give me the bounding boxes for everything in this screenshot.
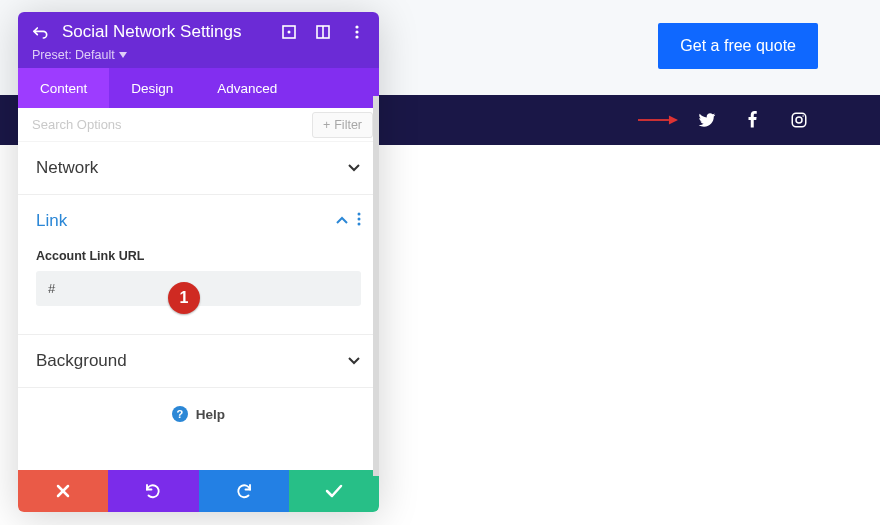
- svg-point-4: [802, 115, 804, 117]
- svg-point-13: [358, 213, 361, 216]
- settings-panel: Social Network Settings Preset: Default …: [18, 12, 379, 512]
- filter-button[interactable]: + Filter: [312, 112, 373, 138]
- redo-button[interactable]: [199, 470, 289, 512]
- panel-body: Search Options + Filter Network Link: [18, 108, 379, 470]
- chevron-down-icon: [347, 159, 361, 177]
- section-network[interactable]: Network: [18, 142, 379, 195]
- svg-point-10: [355, 30, 358, 33]
- svg-point-15: [358, 223, 361, 226]
- svg-point-9: [355, 25, 358, 28]
- section-network-title: Network: [36, 158, 98, 178]
- svg-marker-12: [119, 52, 127, 58]
- help-link[interactable]: ? Help: [18, 388, 379, 432]
- section-link: Link Account Link URL: [18, 195, 379, 335]
- svg-point-6: [288, 31, 291, 34]
- panel-header: Social Network Settings Preset: Default: [18, 12, 379, 68]
- panel-title: Social Network Settings: [62, 22, 267, 42]
- callout-badge-1: 1: [168, 282, 200, 314]
- svg-point-3: [796, 117, 802, 123]
- section-more-icon[interactable]: [357, 212, 361, 230]
- section-link-header[interactable]: Link: [36, 211, 361, 231]
- chevron-down-icon: [347, 352, 361, 370]
- tab-content[interactable]: Content: [18, 68, 109, 108]
- back-icon[interactable]: [32, 24, 48, 40]
- svg-point-11: [355, 35, 358, 38]
- instagram-icon[interactable]: [790, 111, 808, 129]
- search-options-input[interactable]: Search Options: [32, 117, 312, 132]
- expand-icon[interactable]: [281, 24, 297, 40]
- preset-selector[interactable]: Preset: Default: [32, 48, 365, 62]
- help-icon: ?: [172, 406, 188, 422]
- section-link-title: Link: [36, 211, 67, 231]
- more-vertical-icon[interactable]: [349, 24, 365, 40]
- panel-scrollbar[interactable]: [373, 96, 379, 476]
- filter-label: Filter: [334, 118, 362, 132]
- facebook-icon[interactable]: [744, 111, 762, 129]
- help-label: Help: [196, 407, 225, 422]
- tab-advanced[interactable]: Advanced: [195, 68, 299, 108]
- arrow-callout: [638, 113, 678, 127]
- twitter-icon[interactable]: [698, 111, 716, 129]
- section-background-title: Background: [36, 351, 127, 371]
- save-button[interactable]: [289, 470, 379, 512]
- chevron-up-icon: [335, 211, 349, 231]
- get-quote-button[interactable]: Get a free quote: [658, 23, 818, 69]
- svg-point-14: [358, 218, 361, 221]
- tab-design[interactable]: Design: [109, 68, 195, 108]
- undo-button[interactable]: [108, 470, 198, 512]
- layout-toggle-icon[interactable]: [315, 24, 331, 40]
- svg-marker-1: [669, 115, 678, 124]
- search-options-row: Search Options + Filter: [18, 108, 379, 142]
- account-link-url-label: Account Link URL: [36, 249, 361, 263]
- plus-icon: +: [323, 118, 330, 132]
- svg-rect-2: [792, 113, 806, 127]
- preset-label: Preset: Default: [32, 48, 115, 62]
- section-background[interactable]: Background: [18, 335, 379, 388]
- panel-action-bar: [18, 470, 379, 512]
- tabs: Content Design Advanced: [18, 68, 379, 108]
- close-button[interactable]: [18, 470, 108, 512]
